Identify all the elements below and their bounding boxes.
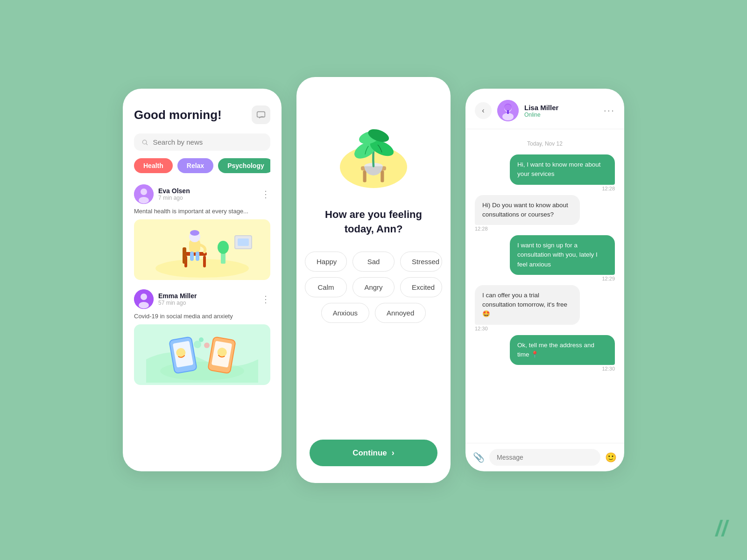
msg-wrapper-2: Hi) Do you want to know about consultati… (475, 195, 615, 232)
news-meta-2: Emma Miller 57 min ago (158, 292, 261, 306)
mood-angry[interactable]: Angry (352, 277, 395, 297)
chat-messages: Today, Nov 12 Hi, I want to know more ab… (465, 129, 624, 443)
msg-time-1: 12:28 (602, 186, 615, 191)
mood-anxious[interactable]: Anxious (321, 303, 369, 323)
feeling-question: How are you feeling today, Ann? (310, 208, 437, 237)
news-more-1[interactable]: ⋮ (261, 189, 270, 200)
svg-point-30 (199, 337, 204, 342)
msg-time-2: 12:28 (475, 226, 488, 231)
svg-rect-0 (257, 112, 265, 117)
tag-psychology[interactable]: Psychology (218, 158, 270, 173)
search-icon (141, 139, 148, 146)
svg-rect-9 (183, 247, 186, 264)
message-input[interactable] (489, 449, 600, 466)
msg-wrapper-4: I can offer you a trial consultation tom… (475, 285, 615, 331)
news-image-1 (134, 219, 270, 280)
msg-time-4: 12:30 (475, 326, 488, 331)
news-meta-1: Eva Olsen 7 min ago (158, 187, 261, 201)
svg-rect-34 (363, 170, 366, 182)
news-card-2: Emma Miller 57 min ago ⋮ Covid-19 in soc… (134, 287, 270, 385)
illustration-therapy (146, 222, 258, 278)
back-button[interactable]: ‹ (475, 102, 492, 119)
chat-more-button[interactable]: ··· (604, 105, 615, 117)
arrow-icon: › (392, 448, 395, 458)
phone-chat: ‹ Lisa Miller Online ··· Today, Nov 12 H… (465, 89, 624, 471)
svg-point-5 (155, 259, 249, 278)
svg-point-21 (139, 302, 149, 308)
deco-slash: // (714, 516, 730, 541)
chat-input-row: 📎 🙂 (465, 443, 624, 471)
plant-svg (331, 99, 416, 193)
news-author-1: Eva Olsen (158, 187, 261, 195)
news-author-2: Emma Miller (158, 292, 261, 300)
avatar-emma (134, 289, 154, 309)
news-image-2 (134, 324, 270, 385)
svg-rect-14 (196, 252, 199, 261)
msg-3: I want to sign up for a consultation wit… (510, 235, 615, 275)
svg-point-12 (190, 230, 199, 236)
msg-wrapper-1: Hi, I want to know more about your servi… (475, 154, 615, 191)
mood-annoyed[interactable]: Annoyed (375, 303, 426, 323)
illustration-social (146, 327, 258, 383)
greeting-text: Good morning! (134, 108, 222, 122)
chat-user-info: Lisa Miller Online (524, 104, 598, 118)
msg-2: Hi) Do you want to know about consultati… (475, 195, 580, 225)
search-bar[interactable] (134, 133, 270, 151)
messages-icon-btn[interactable] (252, 105, 270, 124)
msg-5: Ok, tell me the address and time 📍 (510, 335, 615, 365)
svg-point-43 (502, 113, 514, 120)
news-excerpt-2: Covid-19 in social media and anxiety (134, 313, 270, 320)
tag-relax[interactable]: Relax (177, 158, 213, 173)
chat-icon (256, 110, 266, 119)
news-time-1: 7 min ago (158, 195, 261, 201)
svg-point-31 (204, 343, 210, 348)
phone-news-feed: Good morning! Health Relax Psychology … … (123, 89, 282, 471)
mood-stressed[interactable]: Stressed (400, 252, 442, 272)
svg-rect-13 (190, 252, 194, 261)
svg-rect-45 (507, 110, 509, 114)
news-card-1: Eva Olsen 7 min ago ⋮ Mental health is i… (134, 182, 270, 280)
tags-row: Health Relax Psychology … (134, 158, 270, 173)
chat-user-status: Online (524, 112, 598, 118)
tag-health[interactable]: Health (134, 158, 173, 173)
continue-button[interactable]: Continue › (310, 440, 437, 466)
plant-illustration (327, 99, 420, 193)
avatar-eva (134, 184, 154, 204)
chat-header: ‹ Lisa Miller Online ··· (465, 89, 624, 129)
news-excerpt-1: Mental health is important at every stag… (134, 208, 270, 215)
news-card-1-header: Eva Olsen 7 min ago ⋮ (134, 182, 270, 208)
news-time-2: 57 min ago (158, 300, 261, 306)
msg-time-5: 12:30 (602, 366, 615, 371)
mood-calm[interactable]: Calm (305, 277, 347, 297)
chat-user-name: Lisa Miller (524, 104, 598, 112)
svg-rect-8 (203, 256, 206, 267)
chat-user-avatar (497, 100, 519, 121)
msg-4: I can offer you a trial consultation tom… (475, 285, 580, 325)
news-more-2[interactable]: ⋮ (261, 294, 270, 305)
svg-point-29 (194, 341, 201, 348)
mood-row-2: Calm Angry Excited (310, 277, 437, 297)
search-input[interactable] (153, 138, 263, 146)
svg-point-4 (139, 197, 149, 203)
msg-wrapper-3: I want to sign up for a consultation wit… (475, 235, 615, 281)
chat-date: Today, Nov 12 (475, 140, 615, 147)
mood-sad[interactable]: Sad (352, 252, 395, 272)
mood-row-1: Happy Sad Stressed (310, 252, 437, 272)
mood-row-3: Anxious Annoyed (310, 303, 437, 323)
svg-point-44 (504, 104, 512, 111)
svg-point-3 (141, 189, 147, 195)
msg-wrapper-5: Ok, tell me the address and time 📍 12:30 (475, 335, 615, 372)
attach-icon[interactable]: 📎 (473, 452, 485, 463)
emoji-icon[interactable]: 🙂 (605, 452, 617, 463)
news-header: Good morning! (134, 105, 270, 124)
phone-mood-selector: How are you feeling today, Ann? Happy Sa… (296, 77, 451, 483)
news-card-2-header: Emma Miller 57 min ago ⋮ (134, 287, 270, 313)
continue-label: Continue (352, 448, 387, 458)
svg-point-16 (218, 241, 229, 254)
mood-excited[interactable]: Excited (400, 277, 442, 297)
msg-1: Hi, I want to know more about your servi… (510, 154, 615, 185)
mood-grid: Happy Sad Stressed Calm Angry Excited An… (310, 252, 437, 323)
svg-rect-35 (381, 170, 384, 182)
msg-time-3: 12:29 (602, 276, 615, 281)
mood-happy[interactable]: Happy (305, 252, 347, 272)
